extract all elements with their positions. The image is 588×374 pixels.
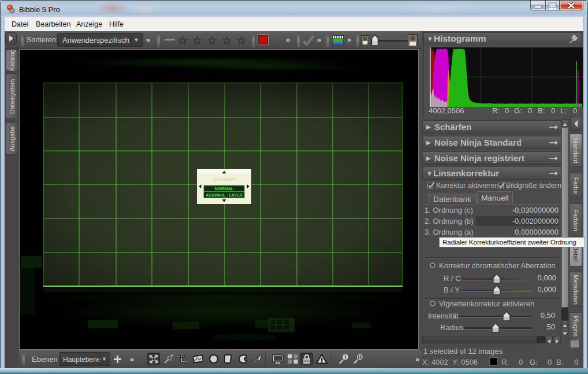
svg-text:1: 1 <box>344 354 347 360</box>
svg-text:AUSWAHL : ENTER: AUSWAHL : ENTER <box>206 193 242 197</box>
svg-text:NORMAL: NORMAL <box>215 186 234 191</box>
svg-text:LENS SHIFT: LENS SHIFT <box>213 177 236 182</box>
